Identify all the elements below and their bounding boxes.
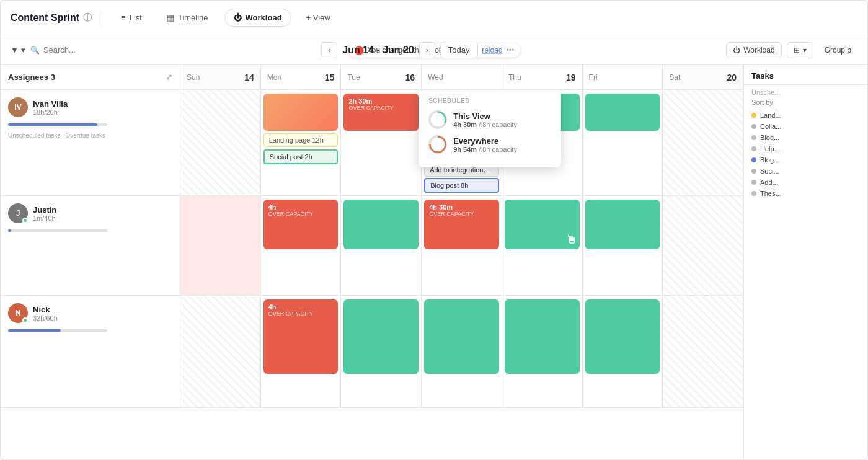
day-header-sun: Sun 14 (180, 65, 261, 89)
task-dot-7 (751, 180, 756, 185)
task-label-8: Thes... (760, 190, 781, 197)
event-social-post[interactable]: Social post 2h (264, 149, 339, 164)
tasks-unscheduled-section: Unsche... Sort by Land... Colla... Blog.… (744, 85, 867, 203)
scheduled-tooltip: SCHEDULED This Vie (418, 90, 561, 167)
tab-list-label: List (130, 13, 142, 22)
date-nav: ‹ Jun 14 - Jun 20 › Today (321, 42, 477, 58)
task-item-5[interactable]: Blog... (751, 154, 860, 166)
capacity-bar-container-nick (8, 329, 107, 332)
task-label-7: Add... (760, 179, 778, 186)
cell-nick-mon[interactable]: 4h OVER CAPACITY (261, 296, 342, 407)
tab-timeline[interactable]: ▦ Timeline (158, 9, 217, 26)
cell-justin-wed[interactable]: 4h 30m OVER CAPACITY (422, 196, 502, 295)
block-nick-fri (585, 299, 660, 374)
task-label-2: Colla... (760, 123, 781, 130)
cell-ivan-tue[interactable]: 2h 30m OVER CAPACITY (341, 90, 422, 195)
block-justin-thu[interactable]: 🖱 (505, 200, 580, 249)
row-nick: N Nick 32h/60h (1, 296, 743, 408)
task-item-6[interactable]: Soci... (751, 166, 860, 177)
cell-justin-fri[interactable] (583, 196, 663, 295)
task-item-3[interactable]: Blog... (751, 132, 860, 143)
task-dot-3 (751, 135, 756, 140)
info-icon[interactable]: ⓘ (83, 12, 92, 24)
event-blog-post[interactable]: Blog post 8h (424, 178, 499, 193)
block-nick-tue (343, 299, 418, 374)
assignee-name-justin: Justin (33, 205, 56, 215)
toolbar: ▼ ▾ 🔍 🔴 You changed the layout. Save or … (1, 35, 867, 65)
task-item-2[interactable]: Colla... (751, 121, 860, 132)
task-dot-4 (751, 146, 756, 151)
tooltip-label-everywhere: Everywhere (453, 136, 517, 146)
day-header-wed: Wed (422, 65, 502, 89)
task-item-4[interactable]: Help... (751, 143, 860, 154)
day-header-tue: Tue 16 (341, 65, 422, 89)
task-label-4: Help... (760, 145, 780, 153)
next-date-button[interactable]: › (419, 42, 435, 58)
cell-nick-sat (663, 296, 743, 407)
cell-justin-mon[interactable]: 4h OVER CAPACITY (261, 196, 342, 295)
sort-label-text: Sort by (751, 99, 773, 106)
sort-icon[interactable]: ⤢ (166, 73, 172, 82)
cell-nick-thu[interactable] (502, 296, 583, 407)
row-justin: J Justin 1m/40h (1, 196, 743, 296)
tab-list[interactable]: ≡ List (112, 9, 151, 26)
prev-date-button[interactable]: ‹ (321, 42, 337, 58)
cell-ivan-fri[interactable] (583, 90, 663, 195)
cell-nick-sun (180, 296, 261, 407)
workload-view-button[interactable]: ⏻ Workload (726, 42, 781, 58)
search-icon: 🔍 (30, 46, 40, 55)
main-content: Assignees 3 ⤢ Sun 14 Mon 15 (1, 65, 867, 459)
project-title: Content Sprint ⓘ (11, 12, 92, 24)
cell-ivan-sun (180, 90, 261, 195)
tooltip-sub-thisview: 4h 30m / 8h capacity (453, 121, 517, 128)
cell-justin-thu[interactable]: 🖱 (502, 196, 583, 295)
cell-nick-tue[interactable] (341, 296, 422, 407)
capacity-bar-container-justin (8, 229, 107, 232)
workload-icon: ⏻ (234, 13, 242, 22)
task-label-5: Blog... (760, 156, 779, 164)
task-item-7[interactable]: Add... (751, 177, 860, 188)
assignee-name-ivan: Ivan Villa (33, 99, 68, 108)
app-container: Content Sprint ⓘ ≡ List ▦ Timeline ⏻ Wor… (0, 0, 868, 460)
cell-ivan-wed[interactable]: SCHEDULED This Vie (422, 90, 502, 195)
more-label[interactable]: ••• (507, 46, 515, 55)
block-ivan-fri (585, 94, 660, 131)
day-header-sat: Sat 20 (663, 65, 743, 89)
cell-nick-fri[interactable] (583, 296, 663, 407)
unscheduled-tasks-ivan[interactable]: Unscheduled tasks (8, 132, 61, 139)
cell-justin-tue[interactable] (341, 196, 422, 295)
task-dot-6 (751, 169, 756, 174)
task-item-8[interactable]: Thes... (751, 188, 860, 199)
today-button[interactable]: Today (440, 42, 478, 58)
block-nick-mon: 4h OVER CAPACITY (264, 299, 339, 374)
search-input[interactable] (43, 45, 148, 55)
task-dot-1 (751, 113, 756, 118)
day-cells-nick: 4h OVER CAPACITY (180, 296, 743, 407)
block-justin-wed: 4h 30m OVER CAPACITY (424, 200, 499, 249)
add-view-button[interactable]: + View (299, 9, 338, 26)
group-by-button[interactable]: Group b (818, 43, 857, 58)
task-labels-ivan: Unscheduled tasks Overdue tasks (8, 132, 172, 139)
cell-ivan-mon[interactable]: Landing page 12h Social post 2h (261, 90, 342, 195)
block-justin-tue (343, 200, 418, 249)
cell-justin-sun[interactable] (180, 196, 261, 295)
group-by-label: Group b (825, 46, 851, 55)
day-header-thu: Thu 19 (502, 65, 583, 89)
filter-button[interactable]: ▼ ▾ (11, 45, 25, 55)
day-name-sun: Sun (187, 73, 200, 82)
tab-workload[interactable]: ⏻ Workload (224, 9, 291, 27)
overdue-tasks-ivan[interactable]: Overdue tasks (66, 132, 105, 139)
tooltip-label-thisview: This View (453, 112, 517, 121)
status-dot-nick (22, 317, 28, 323)
filter-icon: ▼ (11, 45, 19, 55)
cell-nick-wed[interactable] (422, 296, 502, 407)
assignee-hours-nick: 32h/60h (33, 314, 58, 322)
event-landing-page[interactable]: Landing page 12h (264, 133, 339, 147)
tasks-panel: Tasks Unsche... Sort by Land... Colla...… (743, 65, 867, 459)
reload-link[interactable]: reload (482, 46, 502, 55)
view-options-button[interactable]: ⊞ ▾ (787, 42, 813, 58)
tab-workload-label: Workload (246, 13, 282, 22)
task-dot-8 (751, 191, 756, 196)
tooltip-text-thisview: This View 4h 30m / 8h capacity (453, 112, 517, 128)
task-item-1[interactable]: Land... (751, 110, 860, 121)
